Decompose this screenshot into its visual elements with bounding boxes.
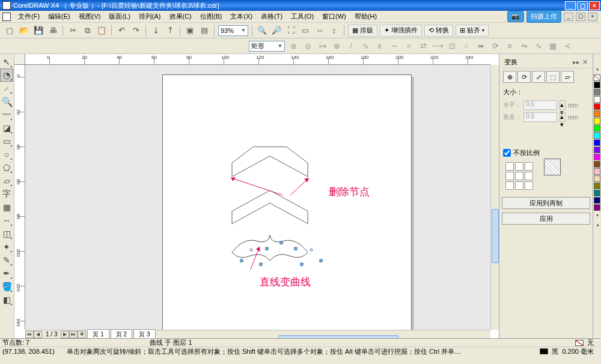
add-page-button[interactable]: ✚ xyxy=(78,331,86,338)
color-swatch[interactable] xyxy=(594,82,600,88)
paste-icon[interactable]: 📋 xyxy=(96,25,108,37)
crop-tool[interactable]: ⟋ xyxy=(0,82,13,95)
curve-node[interactable] xyxy=(260,263,263,266)
anchor-grid[interactable] xyxy=(505,162,533,190)
no-color-swatch[interactable] xyxy=(594,74,600,81)
rotate-icon[interactable]: ⟳ xyxy=(489,40,501,52)
fill-tool[interactable]: 🪣 xyxy=(0,280,13,293)
reduce-nodes-icon[interactable]: ≺ xyxy=(561,40,573,52)
ruler-origin[interactable] xyxy=(14,54,25,65)
join-nodes-icon[interactable]: ⊶ xyxy=(316,40,328,52)
interactive-tool[interactable]: ✦ xyxy=(0,240,13,253)
color-swatch[interactable] xyxy=(594,132,600,139)
proportional-checkbox[interactable] xyxy=(503,149,511,157)
menu-effects[interactable]: 效果(C) xyxy=(166,11,195,22)
eyedropper-tool[interactable]: ✎ xyxy=(0,253,13,267)
first-page-button[interactable]: ⏮ xyxy=(25,331,34,338)
color-swatch[interactable] xyxy=(594,147,600,153)
color-swatch[interactable] xyxy=(594,89,600,96)
canvas[interactable]: 删除节点 直线变曲线 xyxy=(25,65,490,330)
page-tab-3[interactable]: 页 3 xyxy=(133,329,155,339)
convert-button[interactable]: ⟲转换 xyxy=(424,25,453,37)
color-swatch[interactable] xyxy=(594,154,600,160)
to-curve-icon[interactable]: ∿ xyxy=(359,40,371,52)
apply-button[interactable]: 应用 xyxy=(502,213,590,225)
upload-button[interactable]: 拍摄上传 xyxy=(526,10,561,23)
app-launcher-icon[interactable]: ▣ xyxy=(184,25,196,37)
docker-close-icon[interactable]: ✕ xyxy=(582,58,588,66)
color-swatch[interactable] xyxy=(594,183,600,189)
extract-icon[interactable]: ⊡ xyxy=(446,40,458,52)
zoom-tool[interactable]: 🔍 xyxy=(0,95,13,108)
docker-collapse-icon[interactable]: ▸▸ xyxy=(573,58,580,66)
rectangle-tool[interactable]: ▭ xyxy=(0,135,13,148)
stretch-icon[interactable]: ⬌ xyxy=(475,40,487,52)
open-icon[interactable]: 📂 xyxy=(18,25,30,37)
align-icon[interactable]: ≡ xyxy=(504,40,516,52)
menu-bitmap[interactable]: 位图(B) xyxy=(197,11,226,22)
zoom-fit-icon[interactable]: ⛶ xyxy=(285,25,297,37)
camera-icon[interactable]: 📷 xyxy=(507,11,524,22)
rotate-icon[interactable]: ⟳ xyxy=(517,71,531,83)
delete-node-icon[interactable]: ⊖ xyxy=(302,40,314,52)
cusp-node-icon[interactable]: ∧ xyxy=(374,40,386,52)
close-button[interactable]: × xyxy=(589,1,600,10)
to-line-icon[interactable]: / xyxy=(345,40,357,52)
menu-tools[interactable]: 工具(O) xyxy=(287,11,317,22)
control-handle[interactable] xyxy=(310,249,313,252)
minimize-button[interactable]: _ xyxy=(565,1,576,10)
scrollbar-vertical[interactable] xyxy=(490,65,499,330)
enhance-button[interactable]: ✦增强插件 xyxy=(380,25,422,37)
paiban-button[interactable]: ▦排版 xyxy=(348,25,377,37)
color-swatch[interactable] xyxy=(594,204,600,211)
color-swatch[interactable] xyxy=(594,125,600,132)
add-node-icon[interactable]: ⊕ xyxy=(287,40,299,52)
menu-edit[interactable]: 编辑(E) xyxy=(44,11,74,22)
color-swatch[interactable] xyxy=(594,96,600,103)
menu-table[interactable]: 表格(T) xyxy=(257,11,286,22)
palette-up-icon[interactable]: ▴ xyxy=(594,66,601,73)
ruler-vertical[interactable]: 020406080100120140160 xyxy=(14,65,25,330)
elastic-icon[interactable]: ∿ xyxy=(532,40,545,52)
shape-preset-combo[interactable]: 矩形 ▼ xyxy=(249,41,285,52)
palette-expand-icon[interactable]: ◂ xyxy=(594,222,601,229)
fill-none-icon[interactable] xyxy=(575,340,584,346)
page-tab-2[interactable]: 页 2 xyxy=(111,329,132,339)
zoom-out-icon[interactable]: 🔎 xyxy=(270,25,282,37)
welcome-icon[interactable]: ▤ xyxy=(198,25,210,37)
color-swatch[interactable] xyxy=(594,168,600,175)
maximize-button[interactable]: ▢ xyxy=(577,1,588,10)
import-icon[interactable]: ⤓ xyxy=(150,25,162,37)
skew-icon[interactable]: ▱ xyxy=(561,71,574,83)
table-tool[interactable]: ▦ xyxy=(0,201,13,214)
close-curve-icon[interactable]: ○ xyxy=(460,40,472,52)
select-all-nodes-icon[interactable]: ▦ xyxy=(547,40,559,52)
interactive-fill-tool[interactable]: ◧ xyxy=(0,293,13,306)
outline-swatch[interactable] xyxy=(540,348,548,354)
apply-copy-button[interactable]: 应用到再制 xyxy=(502,197,590,209)
zoom-page-icon[interactable]: ▭ xyxy=(299,25,311,37)
last-page-button[interactable]: ⏭ xyxy=(69,331,78,338)
color-swatch[interactable] xyxy=(594,111,600,117)
smart-fill-tool[interactable]: ◪ xyxy=(0,121,13,135)
v-input[interactable]: 0.0 xyxy=(523,112,557,122)
zoom-in-icon[interactable]: 🔍 xyxy=(256,25,268,37)
snap-button[interactable]: ⊞贴齐▾ xyxy=(456,25,489,37)
color-swatch[interactable] xyxy=(594,190,600,196)
reverse-icon[interactable]: ⇄ xyxy=(417,40,429,52)
scale-icon[interactable]: ⤢ xyxy=(532,71,545,83)
menu-help[interactable]: 帮助(H) xyxy=(351,11,380,22)
curve-node[interactable] xyxy=(280,241,283,244)
h-spinner[interactable]: ▴▾ xyxy=(560,100,566,110)
extend-icon[interactable]: ⟶ xyxy=(432,40,444,52)
position-icon[interactable]: ⊕ xyxy=(503,71,516,83)
pick-tool[interactable]: ↖ xyxy=(0,55,13,68)
menu-text[interactable]: 文本(X) xyxy=(227,11,256,22)
polygon-tool[interactable]: ⬠ xyxy=(0,161,13,174)
color-swatch[interactable] xyxy=(594,139,600,146)
cut-icon[interactable]: ✂ xyxy=(67,25,79,37)
zoom-width-icon[interactable]: ↔ xyxy=(314,25,326,37)
outline-tool[interactable]: ✒ xyxy=(0,267,13,280)
size-icon[interactable]: ⬚ xyxy=(546,71,560,83)
shape-tool[interactable]: ◔ xyxy=(0,68,13,82)
